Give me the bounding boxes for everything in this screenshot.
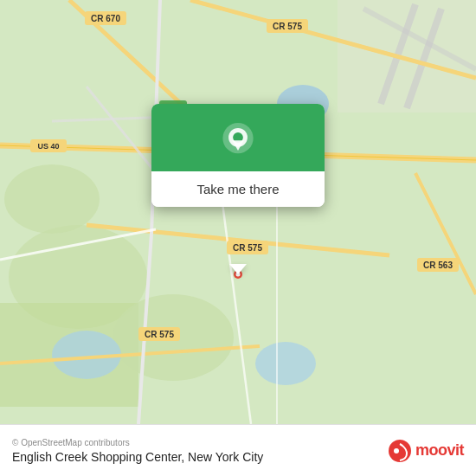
moovit-logo: moovit [388,439,464,463]
svg-text:CR 575: CR 575 [145,330,174,339]
svg-point-46 [389,440,411,462]
popup-card: Take me there [151,104,325,207]
svg-text:CR 575: CR 575 [273,22,302,31]
location-pin-icon [220,123,256,159]
moovit-label: moovit [415,441,464,460]
map-container[interactable]: CR 670 CR 575 ACE US 40 CR 575 CR 575 CR… [0,0,476,424]
moovit-icon [388,439,412,463]
location-name: English Creek Shopping Center, New York … [12,450,263,464]
map-background: CR 670 CR 575 ACE US 40 CR 575 CR 575 CR… [0,0,476,424]
svg-text:CR 563: CR 563 [423,261,453,270]
svg-point-7 [255,342,316,385]
bottom-bar: © OpenStreetMap contributors English Cre… [0,424,476,476]
map-attribution: © OpenStreetMap contributors [12,438,263,447]
svg-text:US 40: US 40 [37,142,59,151]
svg-point-47 [394,448,399,453]
popup-green-header [151,104,325,171]
popup-tail [229,264,247,274]
svg-text:CR 575: CR 575 [233,243,262,253]
take-me-there-button[interactable]: Take me there [151,171,325,207]
svg-text:CR 670: CR 670 [91,14,120,23]
svg-point-2 [4,164,100,234]
bottom-left-info: © OpenStreetMap contributors English Cre… [12,438,263,464]
